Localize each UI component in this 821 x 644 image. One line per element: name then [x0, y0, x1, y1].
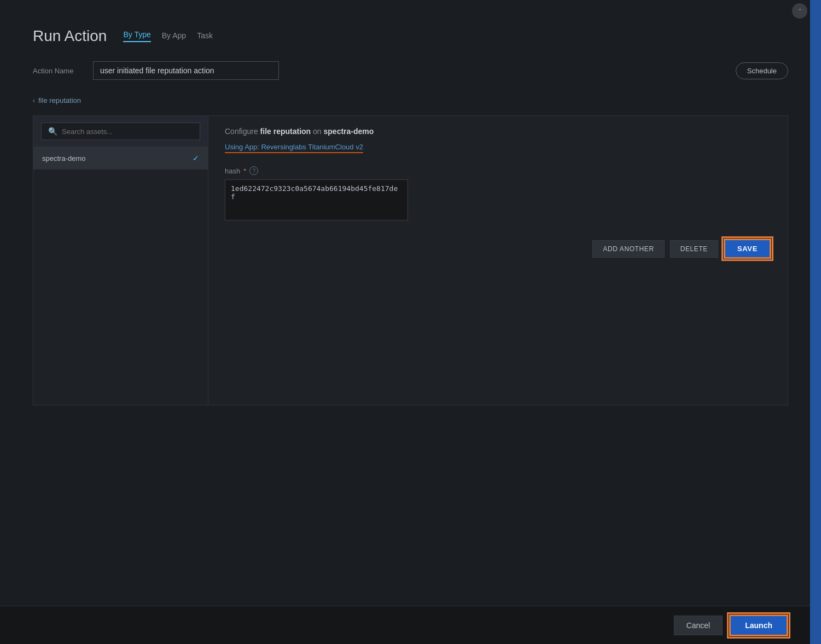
configure-connector: on: [313, 127, 322, 136]
configure-header: Configure file reputation on spectra-dem…: [225, 127, 771, 136]
configure-action: file reputation: [260, 127, 311, 136]
page-header: Run Action By Type By App Task: [33, 27, 788, 45]
field-hash: hash * ? 1ed622472c9323c0a5674ab66194bd4…: [225, 166, 771, 222]
action-name-input[interactable]: [93, 61, 279, 80]
content-panel: 🔍 spectra-demo ✓ Configure file reputati…: [33, 115, 788, 405]
action-buttons: ADD ANOTHER DELETE SAVE: [225, 239, 771, 259]
page-title: Run Action: [33, 27, 107, 45]
action-name-label: Action Name: [33, 67, 82, 75]
asset-name: spectra-demo: [42, 154, 85, 163]
left-panel: 🔍 spectra-demo ✓: [33, 116, 208, 405]
chevron-up-icon[interactable]: ⌃: [792, 3, 807, 19]
configure-prefix: Configure: [225, 127, 258, 136]
help-icon[interactable]: ?: [249, 166, 258, 175]
tab-by-app[interactable]: By App: [162, 31, 186, 42]
delete-button[interactable]: DELETE: [670, 240, 718, 258]
asset-item-spectra-demo[interactable]: spectra-demo ✓: [33, 147, 208, 170]
right-panel: Configure file reputation on spectra-dem…: [208, 116, 788, 405]
breadcrumb-back-icon: ‹: [33, 97, 35, 105]
field-label-hash: hash * ?: [225, 166, 771, 175]
field-label-text: hash: [225, 167, 240, 175]
footer-bar: Cancel Launch: [0, 606, 821, 644]
action-name-row: Action Name Schedule: [33, 61, 788, 80]
required-indicator: *: [243, 167, 246, 175]
search-icon: 🔍: [48, 127, 57, 136]
breadcrumb[interactable]: ‹ file reputation: [33, 96, 788, 105]
configure-target: spectra-demo: [324, 127, 374, 136]
launch-button[interactable]: Launch: [729, 614, 788, 636]
add-another-button[interactable]: ADD ANOTHER: [592, 240, 664, 258]
tab-by-type[interactable]: By Type: [123, 30, 150, 42]
cancel-button[interactable]: Cancel: [674, 616, 723, 635]
tab-task[interactable]: Task: [197, 31, 213, 42]
search-box: 🔍: [41, 123, 200, 140]
schedule-button[interactable]: Schedule: [736, 62, 788, 79]
hash-textarea[interactable]: 1ed622472c9323c0a5674ab66194bd45fe817def: [225, 179, 408, 221]
search-input[interactable]: [62, 127, 193, 136]
app-link[interactable]: Using App: Reversinglabs TitaniumCloud v…: [225, 143, 363, 153]
tabs-nav: By Type By App Task: [123, 30, 213, 42]
save-button[interactable]: SAVE: [724, 239, 771, 259]
right-sidebar-bar: [810, 0, 821, 644]
check-icon: ✓: [193, 154, 199, 163]
breadcrumb-label: file reputation: [38, 96, 81, 105]
search-box-wrapper: 🔍: [33, 116, 208, 147]
